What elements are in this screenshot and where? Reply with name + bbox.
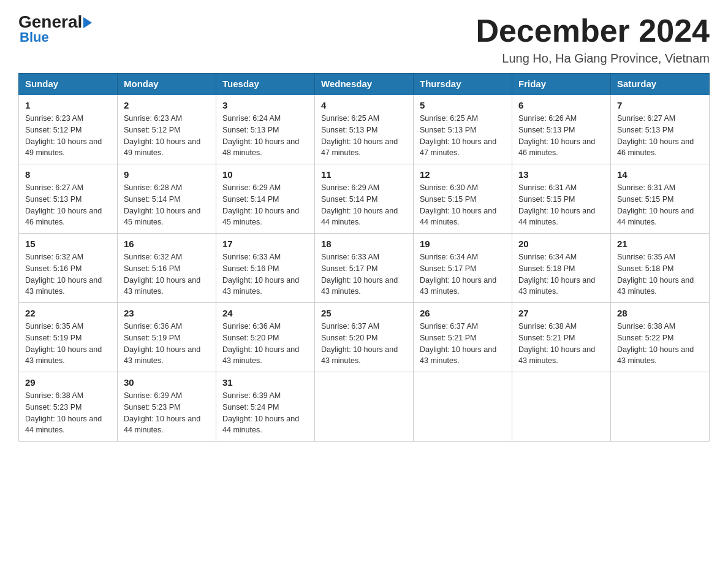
calendar-cell: 15Sunrise: 6:32 AMSunset: 5:16 PMDayligh…	[19, 234, 118, 303]
day-info: Sunrise: 6:23 AMSunset: 5:12 PMDaylight:…	[124, 113, 210, 159]
calendar-cell: 5Sunrise: 6:25 AMSunset: 5:13 PMDaylight…	[414, 94, 512, 164]
day-number: 7	[617, 100, 703, 110]
day-number: 28	[617, 308, 703, 318]
week-row-1: 1Sunrise: 6:23 AMSunset: 5:12 PMDaylight…	[19, 94, 710, 164]
logo-blue-text: Blue	[20, 29, 49, 45]
day-info: Sunrise: 6:25 AMSunset: 5:13 PMDaylight:…	[321, 113, 407, 159]
day-info: Sunrise: 6:36 AMSunset: 5:19 PMDaylight:…	[124, 321, 210, 367]
day-number: 11	[321, 169, 407, 180]
day-info: Sunrise: 6:36 AMSunset: 5:20 PMDaylight:…	[222, 321, 308, 367]
day-info: Sunrise: 6:29 AMSunset: 5:14 PMDaylight:…	[222, 182, 308, 228]
day-number: 27	[518, 308, 604, 318]
day-number: 1	[25, 100, 111, 110]
day-number: 30	[124, 377, 210, 388]
day-number: 18	[321, 239, 407, 249]
day-number: 9	[124, 169, 210, 180]
day-info: Sunrise: 6:35 AMSunset: 5:18 PMDaylight:…	[617, 251, 703, 297]
day-info: Sunrise: 6:31 AMSunset: 5:15 PMDaylight:…	[518, 182, 604, 228]
week-row-5: 29Sunrise: 6:38 AMSunset: 5:23 PMDayligh…	[19, 372, 710, 442]
day-info: Sunrise: 6:32 AMSunset: 5:16 PMDaylight:…	[25, 251, 111, 297]
calendar-cell: 18Sunrise: 6:33 AMSunset: 5:17 PMDayligh…	[315, 234, 414, 303]
day-number: 2	[124, 100, 210, 110]
day-header-saturday: Saturday	[611, 74, 710, 95]
day-info: Sunrise: 6:39 AMSunset: 5:24 PMDaylight:…	[222, 390, 308, 436]
day-number: 22	[25, 308, 111, 318]
day-info: Sunrise: 6:29 AMSunset: 5:14 PMDaylight:…	[321, 182, 407, 228]
calendar-cell: 21Sunrise: 6:35 AMSunset: 5:18 PMDayligh…	[611, 234, 710, 303]
day-header-tuesday: Tuesday	[216, 74, 315, 95]
calendar-cell: 17Sunrise: 6:33 AMSunset: 5:16 PMDayligh…	[216, 234, 315, 303]
day-number: 4	[321, 100, 407, 110]
day-number: 23	[124, 308, 210, 318]
day-info: Sunrise: 6:33 AMSunset: 5:16 PMDaylight:…	[222, 251, 308, 297]
day-info: Sunrise: 6:31 AMSunset: 5:15 PMDaylight:…	[617, 182, 703, 228]
day-number: 14	[617, 169, 703, 180]
day-info: Sunrise: 6:38 AMSunset: 5:21 PMDaylight:…	[518, 321, 604, 367]
calendar-cell: 6Sunrise: 6:26 AMSunset: 5:13 PMDaylight…	[512, 94, 611, 164]
calendar-cell: 20Sunrise: 6:34 AMSunset: 5:18 PMDayligh…	[512, 234, 611, 303]
day-number: 10	[222, 169, 308, 180]
day-header-wednesday: Wednesday	[315, 74, 414, 95]
day-info: Sunrise: 6:28 AMSunset: 5:14 PMDaylight:…	[124, 182, 210, 228]
day-number: 25	[321, 308, 407, 318]
day-info: Sunrise: 6:38 AMSunset: 5:22 PMDaylight:…	[617, 321, 703, 367]
calendar-header-row: SundayMondayTuesdayWednesdayThursdayFrid…	[19, 74, 710, 95]
day-info: Sunrise: 6:32 AMSunset: 5:16 PMDaylight:…	[124, 251, 210, 297]
calendar-cell	[611, 372, 710, 442]
calendar-cell: 12Sunrise: 6:30 AMSunset: 5:15 PMDayligh…	[414, 164, 512, 234]
day-number: 24	[222, 308, 308, 318]
day-number: 17	[222, 239, 308, 249]
calendar-cell: 13Sunrise: 6:31 AMSunset: 5:15 PMDayligh…	[512, 164, 611, 234]
logo-arrow-icon	[83, 17, 92, 28]
location-subtitle: Lung Ho, Ha Giang Province, Vietnam	[476, 52, 710, 66]
calendar-cell: 29Sunrise: 6:38 AMSunset: 5:23 PMDayligh…	[19, 372, 118, 442]
header: General Blue December 2024 Lung Ho, Ha G…	[18, 12, 710, 66]
calendar-cell: 7Sunrise: 6:27 AMSunset: 5:13 PMDaylight…	[611, 94, 710, 164]
week-row-4: 22Sunrise: 6:35 AMSunset: 5:19 PMDayligh…	[19, 303, 710, 372]
calendar-cell: 28Sunrise: 6:38 AMSunset: 5:22 PMDayligh…	[611, 303, 710, 372]
day-number: 21	[617, 239, 703, 249]
day-header-sunday: Sunday	[19, 74, 118, 95]
day-number: 31	[222, 377, 308, 388]
day-info: Sunrise: 6:23 AMSunset: 5:12 PMDaylight:…	[25, 113, 111, 159]
day-info: Sunrise: 6:30 AMSunset: 5:15 PMDaylight:…	[420, 182, 506, 228]
day-number: 20	[518, 239, 604, 249]
calendar-cell: 26Sunrise: 6:37 AMSunset: 5:21 PMDayligh…	[414, 303, 512, 372]
day-header-monday: Monday	[118, 74, 216, 95]
calendar-cell: 30Sunrise: 6:39 AMSunset: 5:23 PMDayligh…	[118, 372, 216, 442]
day-number: 16	[124, 239, 210, 249]
day-info: Sunrise: 6:27 AMSunset: 5:13 PMDaylight:…	[25, 182, 111, 228]
day-number: 8	[25, 169, 111, 180]
calendar-cell	[315, 372, 414, 442]
calendar-cell: 16Sunrise: 6:32 AMSunset: 5:16 PMDayligh…	[118, 234, 216, 303]
day-info: Sunrise: 6:37 AMSunset: 5:20 PMDaylight:…	[321, 321, 407, 367]
day-number: 26	[420, 308, 506, 318]
day-info: Sunrise: 6:26 AMSunset: 5:13 PMDaylight:…	[518, 113, 604, 159]
calendar-cell: 23Sunrise: 6:36 AMSunset: 5:19 PMDayligh…	[118, 303, 216, 372]
day-header-thursday: Thursday	[414, 74, 512, 95]
logo-area: General Blue	[18, 12, 92, 45]
calendar-cell: 11Sunrise: 6:29 AMSunset: 5:14 PMDayligh…	[315, 164, 414, 234]
calendar-cell: 8Sunrise: 6:27 AMSunset: 5:13 PMDaylight…	[19, 164, 118, 234]
calendar-cell	[414, 372, 512, 442]
day-info: Sunrise: 6:27 AMSunset: 5:13 PMDaylight:…	[617, 113, 703, 159]
calendar-cell	[512, 372, 611, 442]
day-info: Sunrise: 6:39 AMSunset: 5:23 PMDaylight:…	[124, 390, 210, 436]
day-number: 13	[518, 169, 604, 180]
calendar-cell: 1Sunrise: 6:23 AMSunset: 5:12 PMDaylight…	[19, 94, 118, 164]
day-info: Sunrise: 6:33 AMSunset: 5:17 PMDaylight:…	[321, 251, 407, 297]
day-number: 5	[420, 100, 506, 110]
calendar-cell: 24Sunrise: 6:36 AMSunset: 5:20 PMDayligh…	[216, 303, 315, 372]
day-info: Sunrise: 6:24 AMSunset: 5:13 PMDaylight:…	[222, 113, 308, 159]
calendar-table: SundayMondayTuesdayWednesdayThursdayFrid…	[18, 73, 710, 442]
day-info: Sunrise: 6:38 AMSunset: 5:23 PMDaylight:…	[25, 390, 111, 436]
calendar-cell: 10Sunrise: 6:29 AMSunset: 5:14 PMDayligh…	[216, 164, 315, 234]
calendar-cell: 9Sunrise: 6:28 AMSunset: 5:14 PMDaylight…	[118, 164, 216, 234]
day-number: 3	[222, 100, 308, 110]
title-area: December 2024 Lung Ho, Ha Giang Province…	[476, 12, 710, 66]
day-number: 15	[25, 239, 111, 249]
day-info: Sunrise: 6:34 AMSunset: 5:18 PMDaylight:…	[518, 251, 604, 297]
calendar-cell: 4Sunrise: 6:25 AMSunset: 5:13 PMDaylight…	[315, 94, 414, 164]
day-info: Sunrise: 6:34 AMSunset: 5:17 PMDaylight:…	[420, 251, 506, 297]
calendar-cell: 31Sunrise: 6:39 AMSunset: 5:24 PMDayligh…	[216, 372, 315, 442]
